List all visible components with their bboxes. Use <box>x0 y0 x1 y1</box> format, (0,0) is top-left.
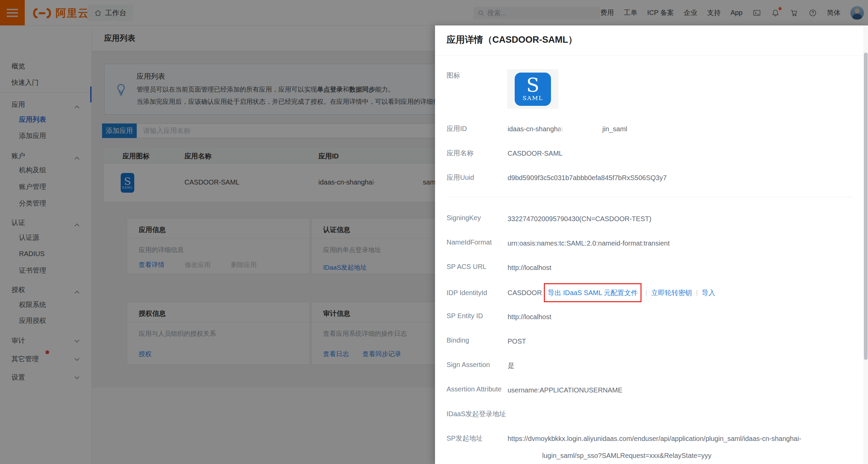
field-label: 应用Uuid <box>447 173 508 182</box>
field-value: 是 <box>508 361 514 370</box>
field-value: https://dvmoykbkkx.login.aliyunidaas.com… <box>508 434 801 460</box>
field-value: POST <box>508 336 526 346</box>
field-value: idaas-cn-shanghaijin_saml <box>508 124 627 134</box>
drawer-scrollbar-track[interactable] <box>864 25 868 464</box>
redacted-text <box>563 125 602 134</box>
drawer-scrollbar-thumb[interactable] <box>864 53 868 360</box>
field-label: 图标 <box>447 71 508 80</box>
field-row-idaas-login-url: IDaaS发起登录地址 <box>447 409 852 419</box>
drawer-title: 应用详情（CASDOOR-SAML） <box>447 34 577 46</box>
field-label: SigningKey <box>447 214 508 222</box>
field-value: 3322747020095790430(CN=CASDOOR-TEST) <box>508 214 651 224</box>
import-link[interactable]: 导入 <box>702 288 715 297</box>
field-label: IDP IdentityId <box>447 289 508 297</box>
field-row-assertion-attribute: Assertion Attribute username:APPLICATION… <box>447 385 852 395</box>
export-saml-metadata-link[interactable]: 导出 IDaaS SAML 元配置文件 <box>548 289 638 296</box>
field-row-sp-acs-url: SP ACS URL http://localhost <box>447 263 852 272</box>
field-value: CASDOOR 导出 IDaaS SAML 元配置文件 | 立即轮转密钥 | 导… <box>508 283 715 302</box>
field-row-idp-identityid: IDP IdentityId CASDOOR 导出 IDaaS SAML 元配置… <box>447 283 852 302</box>
field-row-sp-initiated-url: SP发起地址 https://dvmoykbkkx.login.aliyunid… <box>447 434 852 460</box>
field-row-app-uuid: 应用Uuid d9bd5909f3c5c031b7abbb0efa845f7bR… <box>447 173 852 182</box>
field-value: CASDOOR-SAML <box>508 149 563 158</box>
field-label: Sign Assertion <box>447 361 508 369</box>
field-row-app-id: 应用ID idaas-cn-shanghaijin_saml <box>447 124 852 134</box>
drawer-title-divider <box>435 55 868 56</box>
field-label: 应用名称 <box>447 149 508 158</box>
link-separator: | <box>696 288 698 297</box>
page-root: 阿里云 工作台 费用 工单 ICP 备案 企业 支持 App <box>0 0 868 464</box>
link-separator: | <box>646 288 647 297</box>
field-label: 应用ID <box>447 124 508 133</box>
field-label: Binding <box>447 336 508 344</box>
application-detail-drawer: 应用详情（CASDOOR-SAML） 图标 S SAML 应用ID idaas-… <box>435 25 868 464</box>
drawer-section-divider <box>447 197 853 197</box>
redacted-text <box>514 452 541 460</box>
field-label: Assertion Attribute <box>447 385 508 393</box>
field-label: IDaaS发起登录地址 <box>447 409 508 419</box>
field-row-sp-entity-id: SP Entity ID http://localhost <box>447 312 852 322</box>
field-label: SP发起地址 <box>447 434 508 443</box>
saml-app-icon: S SAML <box>515 73 551 106</box>
app-icon-tile: S SAML <box>507 69 558 109</box>
field-row-binding: Binding POST <box>447 336 852 346</box>
field-row-nameidformat: NameIdFormat urn:oasis:names:tc:SAML:2.0… <box>447 238 852 248</box>
field-value: username:APPLICATIONUSERNAME <box>508 385 623 395</box>
field-row-app-name: 应用名称 CASDOOR-SAML <box>447 149 852 158</box>
rotate-key-link[interactable]: 立即轮转密钥 <box>651 288 692 297</box>
field-value: http://localhost <box>508 263 551 272</box>
field-row-signingkey: SigningKey 3322747020095790430(CN=CASDOO… <box>447 214 852 224</box>
field-label: NameIdFormat <box>447 238 508 246</box>
field-value: urn:oasis:names:tc:SAML:2.0:nameid-forma… <box>508 238 670 248</box>
field-value: http://localhost <box>508 312 551 322</box>
highlight-red-box: 导出 IDaaS SAML 元配置文件 <box>544 283 642 302</box>
field-label: SP Entity ID <box>447 312 508 320</box>
field-label: SP ACS URL <box>447 263 508 271</box>
field-row-sign-assertion: Sign Assertion 是 <box>447 361 852 370</box>
field-value: d9bd5909f3c5c031b7abbb0efa845f7bRxS506SQ… <box>508 173 667 182</box>
